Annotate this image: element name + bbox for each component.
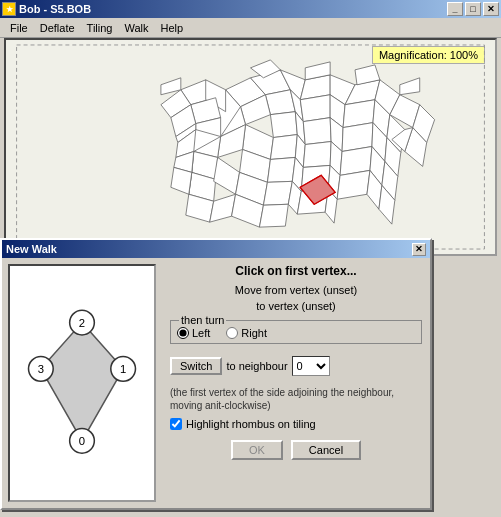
vertex-diagram: 2 1 0 3: [10, 266, 154, 503]
neighbour-select[interactable]: 0 1 2 3 4: [292, 356, 330, 376]
controls-panel: Click on first vertex... Move from verte…: [162, 258, 430, 508]
tiling-svg: [6, 40, 495, 254]
app-icon: ★: [2, 2, 16, 16]
svg-text:3: 3: [38, 363, 44, 375]
canvas-area: Magnification: 100%: [4, 38, 497, 256]
dialog-close-button[interactable]: ✕: [412, 243, 426, 256]
ok-button[interactable]: OK: [231, 440, 283, 460]
checkbox-text: Highlight rhombus on tiling: [186, 418, 316, 430]
svg-marker-27: [303, 142, 331, 168]
then-turn-groupbox: then turn Left Right: [170, 320, 422, 344]
maximize-button[interactable]: □: [465, 2, 481, 16]
dialog-body: 2 1 0 3 Click on first vertex... Move fr…: [2, 258, 430, 508]
highlight-checkbox[interactable]: [170, 418, 182, 430]
title-bar-left: ★ Bob - S5.BOB: [2, 2, 91, 16]
title-buttons: _ □ ✕: [447, 2, 499, 16]
menu-tiling[interactable]: Tiling: [81, 20, 119, 36]
window-title: Bob - S5.BOB: [19, 3, 91, 15]
click-instruction: Click on first vertex...: [170, 264, 422, 278]
svg-marker-77: [400, 78, 420, 95]
new-walk-dialog: New Walk ✕ 2 1 0: [0, 238, 432, 510]
radio-right-text: Right: [241, 327, 267, 339]
help-text: (the first vertex of the side adjoining …: [170, 386, 422, 412]
svg-marker-54: [263, 181, 292, 205]
cancel-button[interactable]: Cancel: [291, 440, 361, 460]
neighbour-label: to neighbour: [226, 360, 287, 372]
buttons-row: OK Cancel: [170, 440, 422, 460]
move-from-text: Move from vertex (unset): [170, 284, 422, 296]
menu-file[interactable]: File: [4, 20, 34, 36]
switch-row: Switch to neighbour 0 1 2 3 4: [170, 356, 422, 376]
radio-right-input[interactable]: [226, 327, 238, 339]
menu-deflate[interactable]: Deflate: [34, 20, 81, 36]
radio-left-label[interactable]: Left: [177, 327, 210, 339]
svg-marker-72: [171, 167, 192, 194]
svg-marker-34: [267, 157, 295, 182]
switch-button[interactable]: Switch: [170, 357, 222, 375]
menu-walk[interactable]: Walk: [118, 20, 154, 36]
dialog-title-bar: New Walk ✕: [2, 240, 430, 258]
highlight-checkbox-label[interactable]: Highlight rhombus on tiling: [170, 418, 422, 430]
svg-marker-62: [259, 204, 288, 227]
svg-text:0: 0: [79, 435, 85, 447]
svg-text:2: 2: [79, 317, 85, 329]
menu-help[interactable]: Help: [155, 20, 190, 36]
svg-marker-79: [41, 323, 123, 441]
close-button[interactable]: ✕: [483, 2, 499, 16]
svg-text:1: 1: [120, 363, 126, 375]
minimize-button[interactable]: _: [447, 2, 463, 16]
to-vertex-text: to vertex (unset): [170, 300, 422, 312]
svg-marker-52: [214, 157, 240, 194]
title-bar: ★ Bob - S5.BOB _ □ ✕: [0, 0, 501, 18]
radio-left-input[interactable]: [177, 327, 189, 339]
svg-marker-25: [270, 135, 297, 160]
groupbox-legend: then turn: [179, 314, 226, 326]
dialog-title-text: New Walk: [6, 243, 57, 255]
svg-marker-38: [337, 170, 370, 199]
svg-marker-10: [300, 95, 330, 122]
diagram-panel: 2 1 0 3: [8, 264, 156, 502]
svg-marker-18: [303, 118, 331, 145]
svg-marker-16: [270, 112, 297, 138]
turn-radio-group: Left Right: [177, 327, 415, 339]
radio-left-text: Left: [192, 327, 210, 339]
radio-right-label[interactable]: Right: [226, 327, 267, 339]
main-window: ★ Bob - S5.BOB _ □ ✕ File Deflate Tiling…: [0, 0, 501, 517]
menu-bar: File Deflate Tiling Walk Help: [0, 18, 501, 38]
